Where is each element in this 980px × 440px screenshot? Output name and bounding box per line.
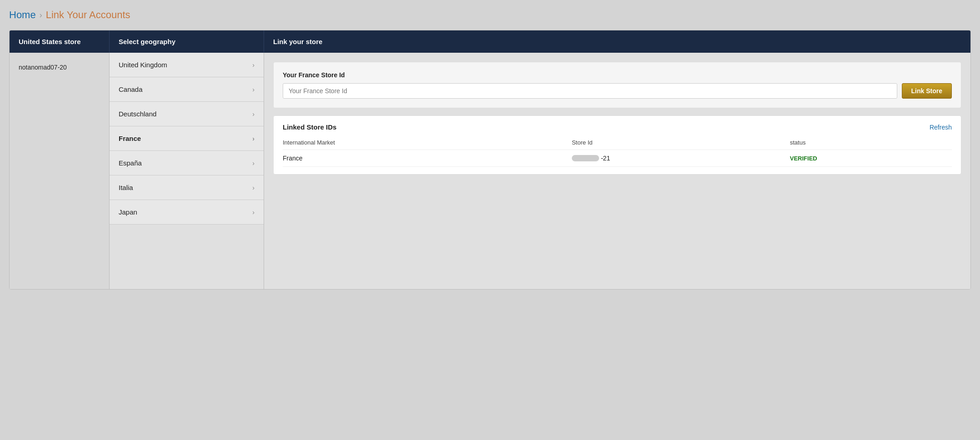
store-id-input-row: Link Store — [283, 83, 952, 99]
breadcrumb: Home › Link Your Accounts — [9, 9, 971, 21]
store-id-suffix: -21 — [601, 155, 610, 162]
linked-store-id-cell: -21 — [572, 150, 790, 167]
geography-label-uk: United Kingdom — [119, 61, 167, 69]
table-header: United States store Select geography Lin… — [10, 30, 970, 53]
linked-store-card: Linked Store IDs Refresh International M… — [273, 115, 961, 175]
header-link-store: Link your store — [264, 30, 970, 53]
geography-column: United Kingdom › Canada › Deutschland › … — [110, 53, 264, 289]
link-store-button[interactable]: Link Store — [902, 83, 952, 99]
geography-item-canada[interactable]: Canada › — [110, 77, 264, 102]
geography-item-uk[interactable]: United Kingdom › — [110, 53, 264, 77]
geography-label-france: France — [119, 135, 141, 142]
chevron-right-icon: › — [252, 86, 255, 93]
geography-label-italia: Italia — [119, 184, 133, 191]
chevron-right-icon: › — [252, 110, 255, 118]
geography-item-espana[interactable]: España › — [110, 151, 264, 175]
link-store-column: Your France Store Id Link Store Linked S… — [264, 53, 970, 289]
breadcrumb-separator: › — [40, 10, 42, 20]
store-id-value: -21 — [572, 155, 785, 162]
geography-label-canada: Canada — [119, 85, 143, 93]
store-id-blur — [572, 155, 599, 161]
geography-item-italia[interactable]: Italia › — [110, 175, 264, 200]
geography-label-deutschland: Deutschland — [119, 110, 156, 118]
linked-status-cell: VERIFIED — [790, 150, 952, 167]
main-container: United States store Select geography Lin… — [9, 30, 971, 290]
geography-label-japan: Japan — [119, 208, 137, 216]
table-body: notanomad07-20 United Kingdom › Canada ›… — [10, 53, 970, 289]
col-header-store-id: Store Id — [572, 136, 790, 150]
us-store-item: notanomad07-20 — [19, 62, 100, 73]
linked-store-table: International Market Store Id status Fra… — [283, 136, 952, 167]
store-id-input[interactable] — [283, 83, 897, 99]
geography-label-espana: España — [119, 159, 142, 167]
store-id-label: Your France Store Id — [283, 71, 952, 79]
col-header-market: International Market — [283, 136, 572, 150]
chevron-right-icon: › — [252, 184, 255, 191]
geography-item-deutschland[interactable]: Deutschland › — [110, 102, 264, 126]
chevron-right-icon: › — [252, 135, 255, 142]
header-us-store: United States store — [10, 30, 110, 53]
breadcrumb-home-link[interactable]: Home — [9, 9, 36, 21]
geography-item-france[interactable]: France › — [110, 126, 264, 151]
linked-market-cell: France — [283, 150, 572, 167]
geography-item-japan[interactable]: Japan › — [110, 200, 264, 225]
store-id-card: Your France Store Id Link Store — [273, 62, 961, 108]
linked-store-title: Linked Store IDs — [283, 123, 336, 131]
linked-store-row: France -21 VERIFIED — [283, 150, 952, 167]
breadcrumb-current: Link Your Accounts — [46, 9, 130, 21]
status-badge: VERIFIED — [790, 155, 817, 162]
chevron-right-icon: › — [252, 209, 255, 216]
refresh-button[interactable]: Refresh — [930, 124, 952, 131]
linked-store-header: Linked Store IDs Refresh — [283, 123, 952, 131]
col-header-status: status — [790, 136, 952, 150]
chevron-right-icon: › — [252, 61, 255, 69]
header-geography: Select geography — [110, 30, 264, 53]
us-store-column: notanomad07-20 — [10, 53, 110, 289]
chevron-right-icon: › — [252, 160, 255, 167]
